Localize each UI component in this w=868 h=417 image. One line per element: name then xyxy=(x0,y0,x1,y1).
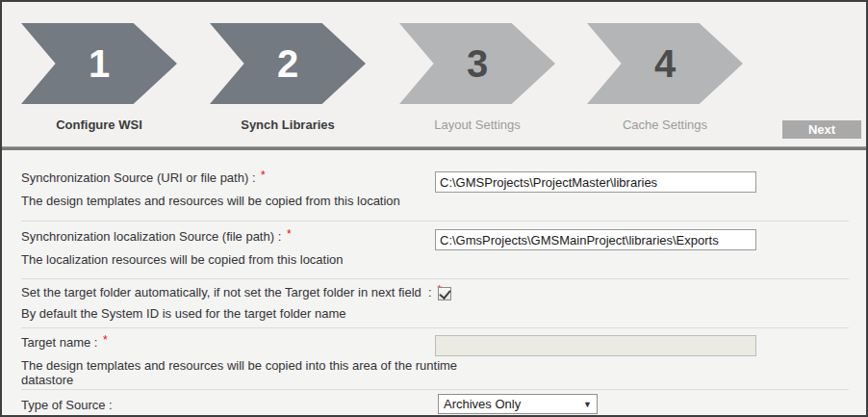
step-label-configure-wsi: Configure WSI xyxy=(21,117,177,132)
sync-source-input[interactable] xyxy=(435,171,756,193)
step-arrow-4: 4 xyxy=(587,23,743,104)
step-arrow-1: 1 xyxy=(21,23,177,104)
type-of-source-selected-value: Archives Only xyxy=(444,397,583,411)
localization-source-description: The localization resources will be copie… xyxy=(21,252,344,267)
auto-target-folder-description: By default the System ID is used for the… xyxy=(21,306,345,321)
next-button[interactable]: Next xyxy=(782,120,861,139)
target-name-label: Target name : * xyxy=(21,335,108,350)
row-separator xyxy=(21,327,849,328)
step-number-3: 3 xyxy=(467,42,488,85)
required-asterisk: * xyxy=(261,169,266,182)
sync-wizard-page: 1 2 3 4 Configure WSI Synch Libraries La… xyxy=(0,0,868,417)
auto-target-folder-label: Set the target folder automatically, if … xyxy=(21,285,442,300)
step-arrow-3: 3 xyxy=(399,23,555,104)
row-separator xyxy=(21,278,849,279)
auto-target-folder-checkbox[interactable] xyxy=(438,287,451,300)
target-name-description: The design templates and resources will … xyxy=(21,358,457,387)
localization-source-input[interactable] xyxy=(435,229,756,250)
step-label-synch-libraries: Synch Libraries xyxy=(210,117,366,132)
type-of-source-select[interactable]: Archives Only ▼ xyxy=(438,394,598,414)
required-asterisk: * xyxy=(287,227,292,241)
sync-settings-form: Synchronization Source (URI or file path… xyxy=(2,150,866,415)
step-number-1: 1 xyxy=(89,42,110,85)
required-asterisk: * xyxy=(103,333,108,347)
row-separator xyxy=(21,221,849,222)
step-number-2: 2 xyxy=(277,42,298,85)
row-separator xyxy=(21,389,849,390)
step-label-cache-settings: Cache Settings xyxy=(587,117,743,132)
type-of-source-label: Type of Source : xyxy=(21,398,113,412)
wizard-step-header: 1 2 3 4 Configure WSI Synch Libraries La… xyxy=(2,2,866,146)
localization-source-label: Synchronization localization Source (fil… xyxy=(21,229,292,244)
sync-source-description: The design templates and resources will … xyxy=(21,194,400,208)
step-arrow-2: 2 xyxy=(210,23,366,104)
step-label-layout-settings: Layout Settings xyxy=(399,117,555,132)
dropdown-arrow-icon: ▼ xyxy=(583,400,592,409)
target-name-input xyxy=(435,335,756,356)
sync-source-label: Synchronization Source (URI or file path… xyxy=(21,170,266,185)
step-number-4: 4 xyxy=(654,42,676,85)
